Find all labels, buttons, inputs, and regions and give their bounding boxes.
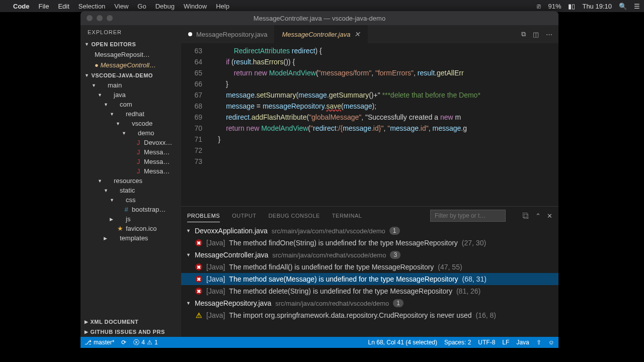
tree-folder[interactable]: ▼demo bbox=[80, 128, 181, 138]
app-name[interactable]: Code bbox=[13, 3, 30, 10]
window-title: MessageController.java — vscode-java-dem… bbox=[80, 15, 558, 22]
vscode-window: MessageController.java — vscode-java-dem… bbox=[80, 11, 558, 348]
problem-group[interactable]: ▼MessageController.java src/main/java/co… bbox=[181, 249, 558, 261]
tree-folder[interactable]: ▼java bbox=[80, 90, 181, 100]
problem-item[interactable]: ✖[Java]The method findOne(String) is und… bbox=[181, 237, 558, 249]
macos-menubar: Code File Edit Selection View Go Debug W… bbox=[0, 0, 644, 12]
problem-group[interactable]: ▼DevoxxApplication.java src/main/java/co… bbox=[181, 225, 558, 237]
cursor-position[interactable]: Ln 68, Col 41 (4 selected) bbox=[368, 339, 437, 346]
problem-item[interactable]: ✖[Java]The method findAll() is undefined… bbox=[181, 261, 558, 273]
problem-item[interactable]: ✖[Java]The method save(Message) is undef… bbox=[181, 273, 558, 285]
tree-file[interactable]: ★favicon.ico bbox=[80, 224, 181, 233]
tree-folder[interactable]: ▼vscode bbox=[80, 119, 181, 128]
more-actions-icon[interactable]: ⋯ bbox=[546, 31, 552, 38]
control-center-icon[interactable]: ☰ bbox=[634, 3, 640, 10]
warning-icon: ⚠ bbox=[147, 339, 152, 346]
open-editor-item[interactable]: MessageReposit… bbox=[80, 49, 181, 60]
tree-file[interactable]: JMessa… bbox=[80, 147, 181, 157]
xml-document-section[interactable]: ▶XML DOCUMENT bbox=[80, 317, 181, 327]
editor-tabs: MessageRepository.javaMessageController.… bbox=[181, 25, 558, 43]
error-icon: ✖ bbox=[195, 288, 202, 295]
error-icon: ✖ bbox=[195, 276, 202, 283]
sidebar: EXPLORER ▼OPEN EDITORS MessageReposit…● … bbox=[80, 25, 181, 337]
editor-tab[interactable]: MessageController.java✕ bbox=[275, 25, 368, 43]
editor-main: MessageRepository.javaMessageController.… bbox=[181, 25, 558, 337]
code-content[interactable]: RedirectAttributes redirect) { if (resul… bbox=[210, 43, 558, 206]
zoom-window-button[interactable] bbox=[107, 15, 113, 21]
panel-up-icon[interactable]: ⌃ bbox=[535, 212, 541, 220]
tree-file[interactable]: JMessa… bbox=[80, 166, 181, 176]
tree-folder[interactable]: ▼com bbox=[80, 100, 181, 109]
error-icon: ⓧ bbox=[133, 338, 139, 347]
menu-go[interactable]: Go bbox=[137, 3, 146, 10]
titlebar: MessageController.java — vscode-java-dem… bbox=[80, 11, 558, 25]
chevron-down-icon: ▼ bbox=[85, 42, 89, 47]
tree-folder[interactable]: ▼static bbox=[80, 186, 181, 195]
tab-problems[interactable]: PROBLEMS bbox=[187, 210, 220, 222]
menu-debug[interactable]: Debug bbox=[155, 3, 175, 10]
battery-percent: 91% bbox=[548, 3, 561, 10]
tab-debug-console[interactable]: DEBUG CONSOLE bbox=[268, 210, 319, 222]
menu-file[interactable]: File bbox=[39, 3, 49, 10]
close-window-button[interactable] bbox=[87, 15, 93, 21]
editor-tab[interactable]: MessageRepository.java bbox=[181, 25, 275, 43]
problems-list[interactable]: ▼DevoxxApplication.java src/main/java/co… bbox=[181, 225, 558, 337]
tree-folder[interactable]: ▼css bbox=[80, 195, 181, 205]
dirty-dot-icon bbox=[188, 32, 192, 36]
smiley-icon[interactable]: ☺ bbox=[548, 339, 554, 346]
screen-share-icon[interactable]: ⎚ bbox=[537, 3, 541, 10]
tree-folder[interactable]: ▶js bbox=[80, 214, 181, 224]
tree-file[interactable]: JMessa… bbox=[80, 157, 181, 166]
sidebar-title: EXPLORER bbox=[80, 25, 181, 39]
open-editor-item[interactable]: ● MessageControll… bbox=[80, 60, 181, 70]
bottom-panel: PROBLEMS OUTPUT DEBUG CONSOLE TERMINAL ⿻… bbox=[181, 206, 558, 337]
line-gutter: 6364656667686970717273 bbox=[181, 43, 210, 206]
close-tab-icon[interactable]: ✕ bbox=[354, 30, 360, 38]
branch-icon: ⎇ bbox=[85, 339, 92, 346]
project-section[interactable]: ▼VSCODE-JAVA-DEMO bbox=[80, 70, 181, 80]
chevron-right-icon: ▶ bbox=[85, 319, 89, 324]
split-editor-icon[interactable]: ◫ bbox=[533, 31, 539, 38]
problem-item[interactable]: ⚠[Java]The import org.springframework.da… bbox=[181, 309, 558, 321]
tree-folder[interactable]: ▼redhat bbox=[80, 109, 181, 119]
tab-output[interactable]: OUTPUT bbox=[232, 210, 256, 222]
problems-summary[interactable]: ⓧ4 ⚠1 bbox=[133, 338, 157, 347]
menu-selection[interactable]: Selection bbox=[78, 3, 105, 10]
warning-icon: ⚠ bbox=[195, 312, 202, 319]
menu-view[interactable]: View bbox=[114, 3, 128, 10]
tab-terminal[interactable]: TERMINAL bbox=[332, 210, 362, 222]
tree-folder[interactable]: ▼resources bbox=[80, 176, 181, 186]
minimize-window-button[interactable] bbox=[97, 15, 103, 21]
git-branch[interactable]: ⎇master* bbox=[85, 339, 114, 346]
code-editor[interactable]: 6364656667686970717273 RedirectAttribute… bbox=[181, 43, 558, 206]
error-icon: ✖ bbox=[195, 239, 202, 246]
eol-status[interactable]: LF bbox=[502, 339, 509, 346]
feedback-icon[interactable]: ⇪ bbox=[536, 339, 541, 346]
github-issues-section[interactable]: ▶GITHUB ISSUES AND PRS bbox=[80, 327, 181, 337]
chevron-down-icon: ▼ bbox=[85, 73, 89, 78]
tree-folder[interactable]: ▶templates bbox=[80, 233, 181, 243]
collapse-all-icon[interactable]: ⿻ bbox=[523, 212, 529, 220]
clock: Thu 19:10 bbox=[582, 3, 612, 10]
menu-window[interactable]: Window bbox=[184, 3, 207, 10]
error-icon: ✖ bbox=[195, 263, 202, 270]
indent-status[interactable]: Spaces: 2 bbox=[444, 339, 471, 346]
spotlight-icon[interactable]: 🔍 bbox=[619, 3, 627, 10]
battery-icon: ▮▯ bbox=[568, 3, 575, 10]
language-status[interactable]: Java bbox=[516, 339, 529, 346]
problems-filter-input[interactable] bbox=[430, 210, 506, 222]
encoding-status[interactable]: UTF-8 bbox=[478, 339, 495, 346]
sync-button[interactable]: ⟳ bbox=[121, 339, 126, 346]
open-changes-icon[interactable]: ⧉ bbox=[521, 30, 526, 38]
tree-folder[interactable]: ▼main bbox=[80, 80, 181, 90]
tree-file[interactable]: #bootstrap… bbox=[80, 205, 181, 214]
panel-close-icon[interactable]: ✕ bbox=[547, 212, 552, 220]
menu-help[interactable]: Help bbox=[216, 3, 229, 10]
chevron-right-icon: ▶ bbox=[85, 329, 89, 334]
problem-item[interactable]: ✖[Java]The method delete(String) is unde… bbox=[181, 285, 558, 297]
menu-edit[interactable]: Edit bbox=[58, 3, 69, 10]
problem-group[interactable]: ▼MessageRepository.java src/main/java/co… bbox=[181, 297, 558, 309]
tree-file[interactable]: JDevoxx… bbox=[80, 138, 181, 147]
statusbar: ⎇master* ⟳ ⓧ4 ⚠1 Ln 68, Col 41 (4 select… bbox=[80, 337, 558, 348]
open-editors-section[interactable]: ▼OPEN EDITORS bbox=[80, 39, 181, 49]
